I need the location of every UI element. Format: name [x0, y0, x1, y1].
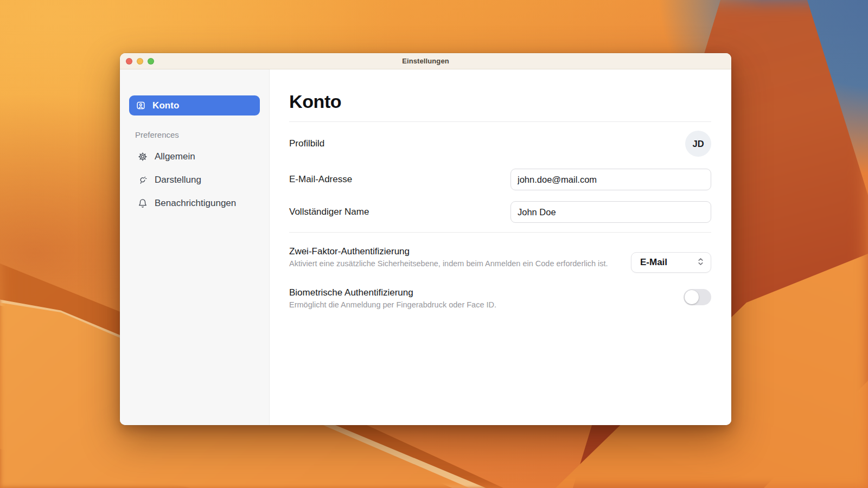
two-factor-description: Aktiviert eine zusätzliche Sicherheitseb… [289, 259, 608, 269]
avatar[interactable]: JD [685, 131, 711, 157]
biometric-description: Ermöglicht die Anmeldung per Fingerabdru… [289, 300, 496, 310]
paintbrush-icon [138, 175, 148, 185]
sidebar-item-konto[interactable]: Konto [129, 95, 260, 115]
sidebar-item-label: Konto [152, 100, 180, 111]
biometric-row: Biometrische Authentifizierung Ermöglich… [289, 287, 711, 310]
two-factor-select[interactable]: E-Mail [631, 252, 711, 273]
full-name-label: Vollständiger Name [289, 207, 369, 217]
full-name-field[interactable] [510, 201, 711, 223]
gear-icon [138, 152, 148, 162]
full-name-row: Vollständiger Name [289, 201, 711, 223]
settings-window: Einstellungen Konto Preferences [120, 53, 731, 425]
email-row: E-Mail-Adresse [289, 169, 711, 190]
sidebar-item-darstellung[interactable]: Darstellung [120, 168, 269, 191]
sidebar-item-label: Benachrichtigungen [155, 198, 236, 209]
desktop-wallpaper: Einstellungen Konto Preferences [0, 0, 868, 488]
email-field[interactable] [510, 169, 711, 190]
sidebar-item-label: Allgemein [155, 151, 195, 162]
sidebar-item-allgemein[interactable]: Allgemein [120, 145, 269, 168]
chevron-up-down-icon [698, 257, 704, 268]
two-factor-title: Zwei-Faktor-Authentifizierung [289, 246, 608, 258]
email-label: E-Mail-Adresse [289, 174, 352, 185]
biometric-title: Biometrische Authentifizierung [289, 287, 496, 299]
person-card-icon [136, 100, 146, 111]
profile-picture-row: Profilbild JD [289, 131, 711, 157]
sidebar-item-benachrichtigungen[interactable]: Benachrichtigungen [120, 191, 269, 215]
sidebar-item-label: Darstellung [155, 175, 201, 185]
sidebar-nav-list: Allgemein Darstellung [120, 145, 269, 215]
main-content: Konto Profilbild JD E-Mail-Adresse Volls… [270, 69, 731, 425]
profile-picture-label: Profilbild [289, 138, 324, 149]
divider [289, 121, 711, 122]
sidebar: Konto Preferences [120, 69, 270, 425]
two-factor-row: Zwei-Faktor-Authentifizierung Aktiviert … [289, 233, 711, 273]
bell-icon [138, 198, 148, 208]
toggle-knob [685, 290, 699, 304]
window-title: Einstellungen [120, 57, 731, 65]
titlebar[interactable]: Einstellungen [120, 53, 731, 69]
sidebar-section-label: Preferences [135, 130, 269, 139]
two-factor-selected-value: E-Mail [640, 257, 667, 268]
page-title: Konto [289, 90, 711, 113]
biometric-toggle[interactable] [684, 289, 711, 305]
